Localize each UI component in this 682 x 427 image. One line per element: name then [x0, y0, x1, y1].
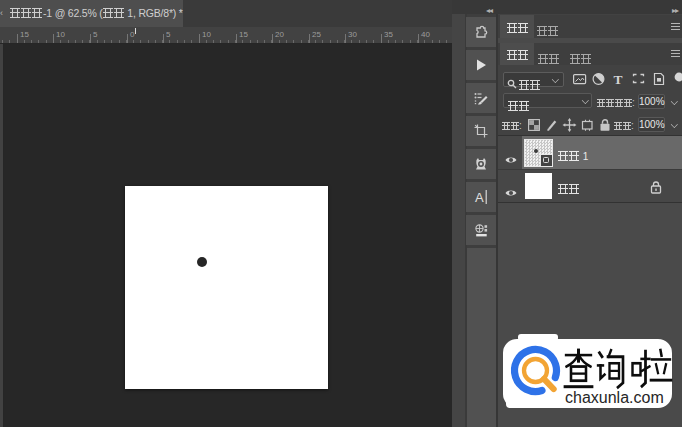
svg-text:T: T: [614, 72, 623, 87]
svg-text:A: A: [475, 190, 484, 205]
